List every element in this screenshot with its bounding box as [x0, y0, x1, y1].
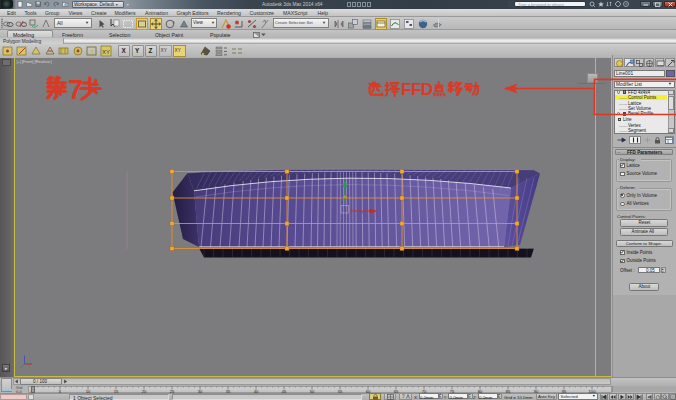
- svg-text:FFD: FFD: [401, 80, 433, 99]
